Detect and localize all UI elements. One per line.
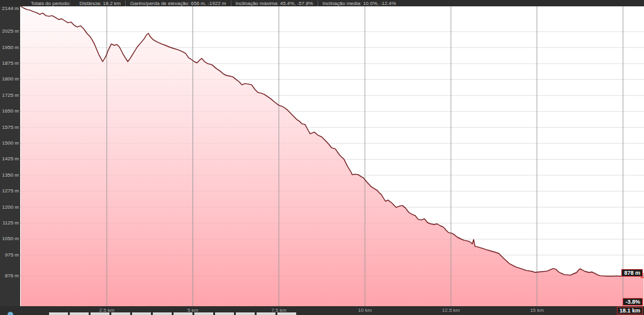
- stat-distance: Distância: 18.2 km: [75, 1, 125, 6]
- y-axis-label: 1350 m: [2, 173, 19, 178]
- y-axis-label: 1425 m: [2, 157, 19, 162]
- elevation-chart[interactable]: [20, 6, 644, 306]
- end-slope-badge: -3.8%: [623, 298, 643, 306]
- y-axis-label: 1050 m: [2, 236, 19, 241]
- cutoff-thumbnail: [174, 312, 192, 315]
- cutoff-thumbnail: [91, 312, 109, 315]
- elevation-area-fill: [21, 6, 643, 306]
- y-axis-label: 1950 m: [2, 45, 19, 50]
- stat-max-slope: Inclinação máxima: 45.4%, -57.8%: [231, 1, 318, 6]
- y-axis-label: 1125 m: [3, 221, 19, 226]
- cutoff-thumbnail: [236, 312, 255, 315]
- y-axis-label: 1275 m: [2, 189, 19, 194]
- stat-avg-slope: Inclinação media: 10.0%, -12.4%: [318, 1, 401, 6]
- cutoff-thumbnail: [277, 312, 296, 315]
- y-axis-label: 1200 m: [2, 205, 19, 210]
- x-axis-label: 10 km: [358, 307, 372, 313]
- y-axis-label: 2144 m: [2, 6, 19, 11]
- y-axis-label: 1800 m: [2, 77, 19, 82]
- cutoff-thumbnail: [132, 312, 151, 315]
- y-axis-label: 1725 m: [2, 93, 19, 98]
- x-axis-label: 15 km: [530, 307, 544, 313]
- cutoff-thumbnail: [153, 312, 172, 315]
- stats-title: Totais do periodo:: [26, 1, 75, 6]
- cutoff-thumbnail: [111, 312, 130, 315]
- cutoff-thumbnail: [215, 312, 234, 315]
- x-axis-label: 12.5 km: [442, 307, 460, 313]
- elevation-profile-panel: Totais do periodo: Distância: 18.2 km Ga…: [0, 0, 644, 315]
- cutoff-thumbnail: [257, 312, 275, 315]
- y-axis-label: 1500 m: [2, 141, 19, 146]
- elevation-profile-svg: [20, 6, 644, 306]
- y-axis-label: 975 m: [5, 253, 19, 258]
- end-distance-badge: 18.1 km: [617, 307, 643, 314]
- cutoff-thumbnail: [70, 312, 89, 315]
- end-elevation-badge: 878 m: [621, 269, 643, 277]
- cutoff-blue-dot: [8, 312, 13, 315]
- y-axis-label: 1575 m: [2, 125, 19, 130]
- stat-elevation-gain-loss: Ganho/perda de elevação: 656 m, -1922 m: [125, 1, 231, 6]
- cutoff-thumbnail: [49, 312, 68, 315]
- y-axis-label: 1875 m: [2, 61, 19, 66]
- cutoff-thumbnail: [194, 312, 213, 315]
- y-axis-label: 1650 m: [2, 109, 19, 114]
- y-axis-label: 2025 m: [2, 29, 19, 34]
- y-axis-label: 876 m: [5, 274, 19, 279]
- stats-header-bar: Totais do periodo: Distância: 18.2 km Ga…: [0, 0, 644, 6]
